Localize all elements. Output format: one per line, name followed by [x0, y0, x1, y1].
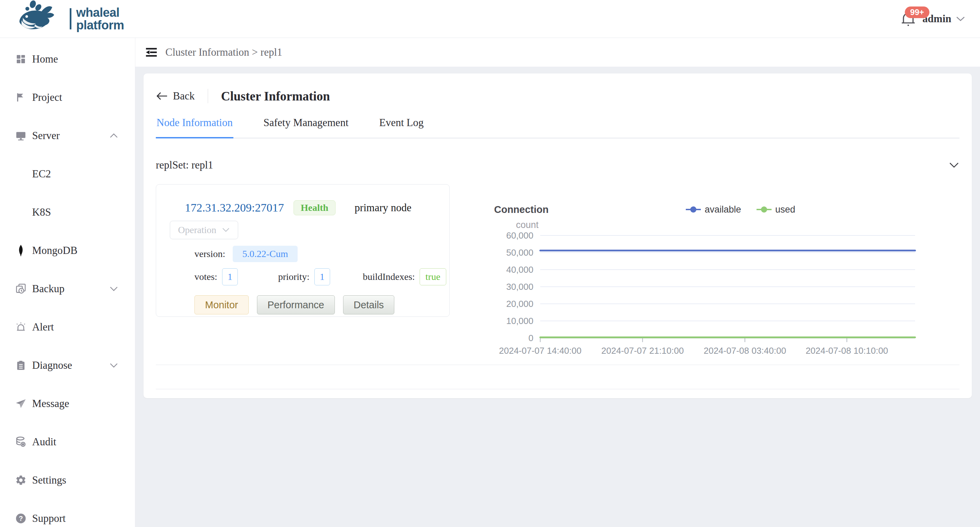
breadcrumb: Cluster Information > repl1	[165, 46, 282, 59]
card-header: Back Cluster Information	[156, 88, 959, 104]
sidebar-item-diagnose[interactable]: Diagnose	[0, 346, 135, 384]
details-button[interactable]: Details	[343, 295, 395, 314]
legend-item-used[interactable]: used	[756, 204, 795, 215]
breadcrumb-bar: Cluster Information > repl1	[135, 38, 980, 67]
sidebar-item-label: EC2	[32, 168, 51, 180]
top-header: whaleal platform 99+ admin	[0, 0, 980, 38]
chevron-down-icon	[109, 286, 119, 292]
svg-text:50,000: 50,000	[506, 247, 533, 258]
chart-legend: available used	[686, 204, 795, 215]
sidebar-item-mongodb[interactable]: MongoDB	[0, 231, 135, 270]
sidebar-item-project[interactable]: Project	[0, 78, 135, 116]
send-paper-plane-icon	[15, 398, 27, 409]
app-root: whaleal platform 99+ admin	[0, 0, 980, 527]
build-indexes-label: buildIndexes:	[363, 271, 415, 282]
backup-copy-clock-icon	[15, 283, 27, 295]
build-indexes-value: true	[420, 268, 446, 285]
sidebar-item-audit[interactable]: Audit	[0, 423, 135, 461]
sidebar-item-settings[interactable]: Settings	[0, 461, 135, 499]
sidebar-item-message[interactable]: Message	[0, 384, 135, 423]
replset-collapse-header[interactable]: replSet: repl1	[156, 158, 959, 173]
legend-label: available	[705, 204, 741, 215]
version-value-chip: 5.0.22-Cum	[233, 246, 298, 262]
svg-text:40,000: 40,000	[506, 264, 533, 275]
logo-text: whaleal platform	[76, 6, 124, 32]
sidebar-item-label: Diagnose	[32, 359, 72, 371]
tab-bar: Node Information Safety Management Event…	[156, 116, 959, 139]
cluster-info-card: Back Cluster Information Node Informatio…	[143, 73, 972, 398]
back-button[interactable]: Back	[156, 90, 195, 102]
section-divider	[156, 365, 959, 365]
database-eye-icon	[15, 436, 27, 448]
settings-row: votes: 1 priority: 1 buildIndexes: true	[194, 268, 436, 286]
node-panel: 172.31.32.209:27017 Health primary node …	[156, 184, 450, 317]
svg-text:10,000: 10,000	[506, 316, 533, 326]
operation-dropdown[interactable]: Operation	[170, 221, 238, 239]
sidebar-item-label: Message	[32, 398, 69, 410]
logo-divider	[70, 8, 72, 29]
sidebar-item-alert[interactable]: Alert	[0, 308, 135, 346]
svg-text:60,000: 60,000	[506, 230, 533, 240]
sidebar-item-server[interactable]: Server	[0, 116, 135, 155]
user-menu-chevron-down-icon[interactable]	[955, 15, 966, 22]
chart-plot: 010,00020,00030,00040,00050,00060,000202…	[494, 230, 959, 357]
node-role-label: primary node	[355, 202, 411, 214]
svg-text:2024-07-07 14:40:00: 2024-07-07 14:40:00	[499, 345, 581, 356]
header-right: 99+ admin	[899, 8, 966, 29]
tab-safety-management[interactable]: Safety Management	[263, 116, 349, 139]
header-divider	[208, 89, 208, 103]
chevron-down-icon[interactable]	[948, 162, 959, 169]
legend-line-dot-icon	[756, 206, 772, 213]
priority-label: priority:	[278, 271, 310, 282]
arrow-left-icon	[156, 91, 168, 101]
question-circle-icon: ?	[15, 513, 27, 524]
sidebar-item-label: Settings	[32, 474, 66, 486]
mongodb-leaf-icon	[15, 245, 27, 256]
monitor-button[interactable]: Monitor	[194, 295, 249, 314]
main-area: Cluster Information > repl1 Back Cluster…	[135, 38, 980, 527]
performance-button[interactable]: Performance	[257, 295, 335, 314]
menu-fold-icon[interactable]	[145, 46, 158, 59]
operation-label: Operation	[178, 224, 216, 236]
node-address-link[interactable]: 172.31.32.209:27017	[185, 201, 284, 214]
version-label: version:	[194, 248, 225, 260]
health-status-badge: Health	[294, 200, 336, 215]
y-axis-name: count	[516, 220, 959, 230]
votes-value: 1	[222, 268, 238, 285]
sidebar-item-label: Home	[32, 53, 58, 65]
sidebar-item-k8s[interactable]: K8S	[0, 193, 135, 231]
sidebar: Home Project	[0, 38, 135, 527]
sidebar-item-support[interactable]: ? Support	[0, 499, 135, 527]
chevron-up-icon	[109, 132, 119, 139]
legend-label: used	[775, 204, 795, 215]
alarm-siren-icon	[15, 321, 27, 333]
sidebar-item-label: Server	[32, 129, 60, 142]
content-area: Back Cluster Information Node Informatio…	[135, 67, 980, 527]
tab-node-information[interactable]: Node Information	[156, 116, 233, 139]
sidebar-item-label: Backup	[32, 283, 65, 295]
svg-text:?: ?	[19, 515, 23, 522]
notification-bell-button[interactable]: 99+	[899, 8, 917, 29]
chevron-down-icon	[222, 227, 230, 233]
svg-text:2024-07-07 21:10:00: 2024-07-07 21:10:00	[601, 345, 684, 356]
section-divider	[156, 389, 959, 389]
tab-event-log[interactable]: Event Log	[379, 116, 425, 139]
svg-text:2024-07-08 03:40:00: 2024-07-08 03:40:00	[703, 345, 786, 356]
sidebar-item-ec2[interactable]: EC2	[0, 155, 135, 193]
legend-item-available[interactable]: available	[686, 204, 741, 215]
page-title: Cluster Information	[221, 89, 330, 103]
chart-header: Connection available	[494, 203, 959, 216]
legend-line-dot-icon	[686, 206, 701, 213]
connection-chart: Connection available	[494, 203, 959, 357]
svg-text:2024-07-08 10:10:00: 2024-07-08 10:10:00	[806, 345, 888, 356]
logo: whaleal platform	[14, 0, 124, 37]
sidebar-item-home[interactable]: Home	[0, 40, 135, 78]
sidebar-item-label: Support	[32, 512, 65, 525]
svg-text:20,000: 20,000	[506, 299, 533, 309]
gear-icon	[15, 474, 27, 486]
sidebar-item-label: MongoDB	[32, 244, 78, 257]
sidebar-item-label: K8S	[32, 206, 51, 218]
sidebar-item-label: Alert	[32, 321, 54, 333]
sidebar-item-backup[interactable]: Backup	[0, 270, 135, 308]
notification-count-badge: 99+	[905, 6, 930, 18]
